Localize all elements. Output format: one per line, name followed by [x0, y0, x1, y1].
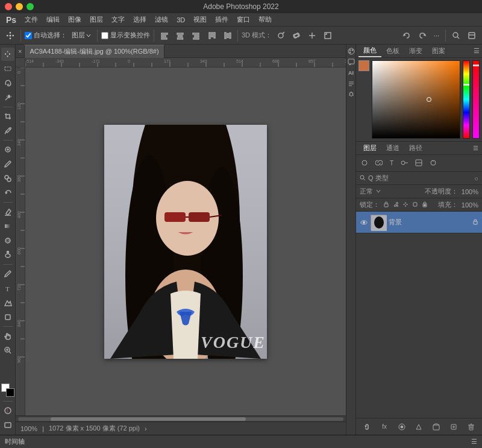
menu-file[interactable]: 文件	[21, 14, 42, 25]
menu-edit[interactable]: 编辑	[43, 14, 63, 25]
menu-layer[interactable]: 图层	[86, 14, 107, 25]
blending-mode-select[interactable]: 正常	[360, 187, 381, 196]
move-tool-btn[interactable]	[4, 29, 17, 42]
layer-group-btn[interactable]	[431, 421, 442, 432]
tool-crop[interactable]	[1, 110, 14, 123]
auto-select-check[interactable]: 自动选择：	[25, 31, 67, 40]
tab-layers[interactable]: 图层	[358, 142, 381, 154]
lock-transparent-btn[interactable]	[383, 201, 389, 209]
menu-plugin[interactable]: 插件	[211, 14, 232, 25]
lock-artboard-btn[interactable]	[412, 201, 418, 209]
background-swatch[interactable]	[6, 388, 14, 397]
tool-dodge[interactable]	[1, 248, 14, 262]
menu-help[interactable]: 帮助	[255, 14, 275, 25]
lock-all-btn[interactable]	[422, 201, 428, 209]
tool-heal[interactable]	[1, 143, 14, 156]
sidebar-settings-icon[interactable]	[347, 90, 355, 99]
scale-btn[interactable]	[321, 29, 334, 42]
redo-btn[interactable]	[416, 29, 429, 42]
tool-eraser[interactable]	[1, 205, 14, 218]
opacity-value[interactable]: 100%	[462, 188, 478, 195]
close-button[interactable]	[5, 3, 12, 10]
tool-move[interactable]	[1, 48, 14, 61]
tool-path-select[interactable]	[1, 296, 14, 309]
menu-text[interactable]: 文字	[108, 14, 128, 25]
lock-position-btn[interactable]	[402, 201, 408, 209]
active-tab[interactable]: AC9A4188-编辑-编辑.jpg @ 100%(RGB/8#)	[24, 45, 164, 58]
align-top-btn[interactable]	[205, 29, 218, 42]
sidebar-chat-icon[interactable]	[347, 58, 355, 66]
filter-toggle[interactable]: ○	[474, 175, 478, 182]
tool-screen-mode[interactable]	[1, 418, 14, 432]
color-panel-menu[interactable]: ☰	[474, 47, 480, 55]
tool-quick-mask[interactable]	[1, 404, 14, 417]
tool-magic-wand[interactable]	[1, 91, 14, 104]
layers-menu-icon[interactable]: ☰	[472, 144, 480, 153]
sidebar-paragraph-icon[interactable]	[347, 80, 355, 88]
tool-shape[interactable]	[1, 311, 14, 324]
layer-item-background[interactable]: 背景	[356, 212, 482, 233]
layer-type-filter[interactable]	[358, 158, 371, 169]
tool-text[interactable]: T	[1, 282, 14, 295]
color-gradient-box[interactable]	[372, 60, 460, 139]
layer-effect-filter[interactable]: T	[387, 159, 396, 168]
tool-lasso[interactable]	[1, 77, 14, 90]
layer-delete-btn[interactable]	[466, 421, 477, 432]
filter-label[interactable]: Q 类型	[368, 174, 389, 183]
tab-gradient[interactable]: 渐变	[404, 45, 427, 57]
layer-on-off[interactable]	[427, 158, 439, 169]
undo-btn[interactable]	[400, 29, 413, 42]
tool-brush[interactable]	[1, 157, 14, 171]
menu-filter[interactable]: 滤镜	[151, 14, 172, 25]
layer-adjustment-btn[interactable]	[413, 421, 424, 432]
lock-image-btn[interactable]	[393, 201, 399, 209]
tool-eyedropper[interactable]	[1, 124, 14, 137]
rotate-btn[interactable]	[274, 29, 287, 42]
orbit-btn[interactable]	[290, 29, 303, 42]
maximize-button[interactable]	[27, 3, 34, 10]
menu-window[interactable]: 窗口	[233, 14, 254, 25]
tool-zoom[interactable]	[1, 344, 14, 357]
workspace-btn[interactable]	[465, 29, 478, 42]
sat-strip[interactable]	[472, 60, 480, 139]
menu-view[interactable]: 视图	[190, 14, 210, 25]
tab-pattern[interactable]: 图案	[427, 45, 450, 57]
layer-visibility-eye[interactable]	[360, 218, 368, 227]
color-swatches[interactable]	[1, 383, 14, 397]
tool-history-brush[interactable]	[1, 186, 14, 200]
tool-clone[interactable]	[1, 172, 14, 185]
more-btn[interactable]: ···	[431, 29, 442, 42]
show-transform-checkbox[interactable]	[101, 32, 108, 39]
show-transform-check[interactable]: 显示变换控件	[101, 31, 150, 40]
minimize-button[interactable]	[16, 3, 23, 10]
tool-gradient[interactable]	[1, 219, 14, 233]
layer-select-btn[interactable]: 图层	[69, 29, 93, 42]
sidebar-ai-icon[interactable]: AI	[347, 69, 355, 77]
layer-link-btn[interactable]	[362, 421, 372, 432]
tool-pen[interactable]	[1, 267, 14, 280]
tab-color[interactable]: 颜色	[358, 45, 381, 57]
tool-hand[interactable]	[1, 329, 14, 342]
layer-adjustment-filter[interactable]	[398, 158, 410, 169]
status-arrow[interactable]: ›	[145, 425, 147, 432]
tab-channels[interactable]: 通道	[381, 142, 404, 154]
hue-strip[interactable]	[463, 60, 470, 139]
pan-btn[interactable]	[305, 29, 319, 42]
auto-select-checkbox[interactable]	[25, 32, 32, 39]
horizontal-scrollbar[interactable]	[16, 415, 346, 421]
align-right-btn[interactable]	[189, 29, 202, 42]
align-middle-btn[interactable]	[221, 29, 234, 42]
tool-marquee[interactable]	[1, 62, 14, 75]
menu-3d[interactable]: 3D	[173, 15, 189, 25]
layer-new-btn[interactable]	[448, 421, 459, 432]
menu-ps[interactable]: Ps	[2, 14, 20, 26]
layer-link-filter[interactable]	[373, 158, 385, 169]
fill-value[interactable]: 100%	[462, 201, 478, 209]
menu-select[interactable]: 选择	[130, 14, 150, 25]
layer-smart-filter[interactable]	[413, 158, 425, 169]
tab-swatches[interactable]: 色板	[381, 45, 404, 57]
scrollbar-thumb[interactable]	[51, 417, 246, 421]
layer-fx-btn[interactable]: fx	[379, 421, 390, 432]
menu-image[interactable]: 图像	[64, 14, 85, 25]
align-center-btn[interactable]	[174, 29, 187, 42]
